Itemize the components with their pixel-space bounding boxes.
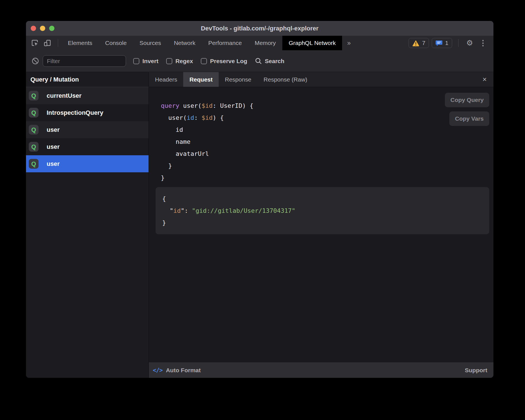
query-item-user[interactable]: Quser — [26, 138, 149, 155]
support-link[interactable]: Support — [465, 367, 487, 374]
message-icon — [435, 40, 443, 46]
filter-input[interactable] — [43, 55, 126, 67]
more-tabs-button[interactable]: » — [342, 36, 356, 50]
devtools-tab-console[interactable]: Console — [99, 36, 133, 50]
code-icon: </> — [153, 367, 163, 374]
sidebar-header: Query / Mutation — [26, 72, 149, 87]
checkbox-label: Invert — [142, 58, 158, 65]
divider — [458, 39, 459, 47]
close-window-button[interactable] — [31, 26, 36, 31]
code-line: } — [162, 217, 483, 229]
detail-tabs: HeadersRequestResponseResponse (Raw) × — [149, 72, 493, 87]
warning-count: 7 — [422, 40, 425, 46]
search-label: Search — [265, 58, 284, 65]
query-item-label: user — [47, 160, 59, 168]
devtools-window: DevTools - gitlab.com/-/graphql-explorer… — [26, 21, 493, 378]
code-line: user(id: $id) { — [161, 112, 489, 124]
code-line: avatarUrl — [161, 148, 489, 160]
filter-bar: InvertRegexPreserve Log Search — [26, 50, 493, 72]
devtools-tab-network[interactable]: Network — [168, 36, 202, 50]
auto-format-label: Auto Format — [166, 367, 201, 374]
message-count: 1 — [445, 40, 448, 46]
code-line: query user($id: UserID) { — [161, 100, 489, 112]
detail-tab-strip: HeadersRequestResponseResponse (Raw) — [149, 72, 313, 87]
inspect-element-icon[interactable] — [30, 38, 40, 48]
checkbox-box[interactable] — [166, 58, 172, 64]
query-badge-icon: Q — [29, 108, 39, 118]
copy-query-button[interactable]: Copy Query — [445, 93, 489, 107]
divider — [58, 39, 58, 47]
checkbox-label: Regex — [175, 58, 193, 65]
device-toolbar-icon[interactable] — [42, 38, 52, 48]
search-button[interactable]: Search — [255, 58, 284, 65]
warning-icon — [412, 40, 419, 46]
query-item-currentuser[interactable]: QcurrentUser — [26, 87, 149, 104]
close-icon[interactable]: × — [476, 72, 493, 87]
query-item-user[interactable]: Quser — [26, 121, 149, 138]
devtools-tabs: ElementsConsoleSourcesNetworkPerformance… — [61, 36, 342, 50]
filter-checkboxes: InvertRegexPreserve Log — [133, 58, 247, 65]
request-query-code: query user($id: UserID) { user(id: $id) … — [161, 100, 489, 184]
more-options-icon[interactable]: ⋮ — [478, 39, 488, 47]
checkbox-regex[interactable]: Regex — [166, 58, 193, 65]
checkbox-preserve-log[interactable]: Preserve Log — [201, 58, 247, 65]
devtools-tab-sources[interactable]: Sources — [133, 36, 168, 50]
titlebar: DevTools - gitlab.com/-/graphql-explorer — [26, 21, 493, 36]
window-title: DevTools - gitlab.com/-/graphql-explorer — [201, 25, 318, 32]
panel-footer: </> Auto Format Support — [149, 362, 493, 378]
checkbox-box[interactable] — [133, 58, 139, 64]
minimize-window-button[interactable] — [40, 26, 45, 31]
code-line: name — [161, 136, 489, 148]
code-line: "id": "gid://gitlab/User/13704317" — [162, 205, 483, 217]
request-variables-box: { "id": "gid://gitlab/User/13704317"} — [156, 187, 489, 234]
search-icon — [255, 58, 262, 65]
query-item-introspectionquery[interactable]: QIntrospectionQuery — [26, 104, 149, 121]
tab-response-raw[interactable]: Response (Raw) — [257, 72, 313, 87]
checkbox-invert[interactable]: Invert — [133, 58, 158, 65]
query-badge-icon: Q — [29, 159, 39, 169]
code-line: } — [161, 160, 489, 172]
zoom-window-button[interactable] — [49, 26, 54, 31]
request-panel: Copy Query Copy Vars query user($id: Use… — [149, 87, 493, 362]
code-line: id — [161, 124, 489, 136]
tabbar-actions: 7 1 ⚙ ⋮ — [409, 38, 493, 48]
tab-request[interactable]: Request — [183, 72, 219, 87]
devtools-tab-elements[interactable]: Elements — [61, 36, 99, 50]
query-list: QcurrentUserQIntrospectionQueryQuserQuse… — [26, 87, 149, 172]
query-badge-icon: Q — [29, 142, 39, 152]
query-badge-icon: Q — [29, 125, 39, 135]
devtools-tab-graphql-network[interactable]: GraphQL Network — [282, 36, 342, 50]
warnings-button[interactable]: 7 — [409, 38, 429, 48]
tab-response[interactable]: Response — [219, 72, 257, 87]
devtools-tabbar: ElementsConsoleSourcesNetworkPerformance… — [26, 36, 493, 50]
checkbox-box[interactable] — [201, 58, 207, 64]
devtools-tab-memory[interactable]: Memory — [248, 36, 282, 50]
content-area: Query / Mutation QcurrentUserQIntrospect… — [26, 72, 493, 378]
query-badge-icon: Q — [29, 91, 39, 101]
devtools-tab-performance[interactable]: Performance — [202, 36, 248, 50]
auto-format-button[interactable]: </> Auto Format — [153, 367, 201, 374]
copy-buttons: Copy Query Copy Vars — [445, 93, 489, 126]
query-item-user[interactable]: Quser — [26, 155, 149, 172]
block-icon[interactable] — [32, 57, 39, 65]
query-item-label: user — [47, 126, 59, 133]
copy-vars-button[interactable]: Copy Vars — [449, 111, 489, 126]
detail-panel: HeadersRequestResponseResponse (Raw) × C… — [149, 72, 493, 378]
traffic-lights — [31, 21, 54, 36]
settings-gear-icon[interactable]: ⚙ — [465, 39, 475, 47]
query-item-label: user — [47, 143, 59, 151]
issues-button[interactable]: 1 — [432, 38, 452, 48]
query-item-label: currentUser — [47, 92, 82, 99]
checkbox-label: Preserve Log — [210, 58, 247, 65]
query-item-label: IntrospectionQuery — [47, 109, 103, 116]
query-sidebar: Query / Mutation QcurrentUserQIntrospect… — [26, 72, 149, 378]
code-line: { — [162, 193, 483, 205]
code-line: } — [161, 172, 489, 184]
tab-headers[interactable]: Headers — [149, 72, 183, 87]
